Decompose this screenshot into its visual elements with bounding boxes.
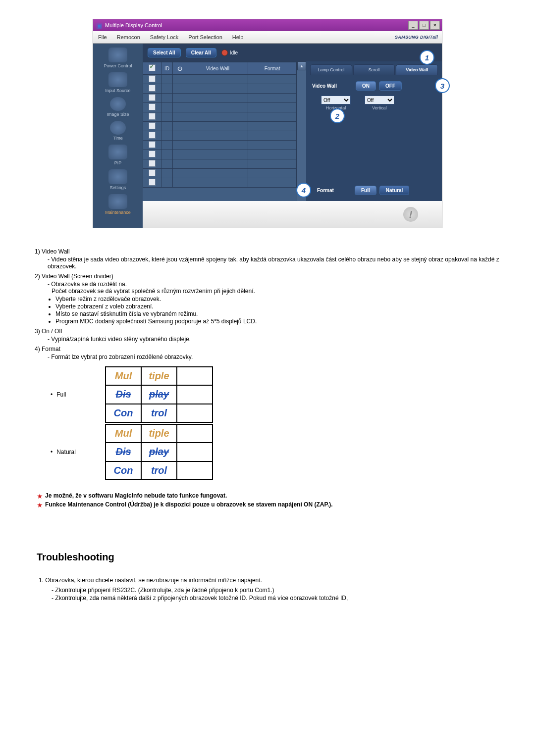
item-2-title: 2) Video Wall (Screen divider) bbox=[35, 273, 500, 280]
checkbox-icon[interactable] bbox=[149, 169, 156, 176]
scrollbar[interactable]: ▲ bbox=[297, 61, 306, 201]
app-icon: ▣ bbox=[95, 21, 103, 29]
divider-row: Off Horizontal Off Vertical 2 bbox=[310, 94, 438, 112]
item-2-sub2: Počet obrazovek se dá vybrat společně s … bbox=[35, 288, 500, 295]
checkbox-icon[interactable] bbox=[149, 151, 156, 157]
vertical-select[interactable]: Off bbox=[365, 96, 394, 104]
tab-video-wall[interactable]: Video Wall 1 bbox=[396, 64, 438, 75]
table-row[interactable] bbox=[143, 75, 297, 84]
sidebar-power-control[interactable]: Power Control bbox=[104, 47, 132, 71]
menu-remocon[interactable]: Remocon bbox=[112, 34, 145, 40]
toolbar: Select All Clear All Idle bbox=[143, 44, 442, 61]
checkbox-icon[interactable] bbox=[149, 94, 156, 101]
item-2-bullets: Vyberte režim z rozdělovače obrazovek. V… bbox=[55, 296, 500, 325]
col-power-icon[interactable]: ⏻ bbox=[172, 62, 187, 75]
table-row[interactable] bbox=[143, 122, 297, 131]
checkbox-icon[interactable] bbox=[149, 85, 156, 92]
item-1-desc: - Video stěna je sada video obrazovek, k… bbox=[35, 256, 500, 270]
table-row[interactable] bbox=[143, 112, 297, 122]
select-all-button[interactable]: Select All bbox=[148, 48, 181, 57]
app-screenshot: ▣ Multiple Display Control _ □ ✕ File Re… bbox=[93, 19, 442, 228]
bullet: Vyberte režim z rozdělovače obrazovek. bbox=[55, 296, 500, 302]
minimize-button[interactable]: _ bbox=[408, 21, 418, 30]
checkbox-icon[interactable] bbox=[149, 141, 156, 148]
tab-scroll[interactable]: Scroll bbox=[353, 64, 395, 75]
sidebar-image-size[interactable]: Image Size bbox=[107, 96, 129, 120]
checkbox-icon[interactable] bbox=[149, 132, 156, 139]
menu-help[interactable]: Help bbox=[227, 34, 249, 40]
tab-lamp-control[interactable]: Lamp Control bbox=[310, 64, 352, 75]
maximize-button[interactable]: □ bbox=[419, 21, 429, 30]
item-4-desc: - Formát lze vybrat pro zobrazení rozděl… bbox=[35, 353, 500, 360]
troubleshooting-list: 1. Obrazovka, kterou chcete nastavit, se… bbox=[35, 577, 500, 602]
table-row[interactable] bbox=[143, 131, 297, 141]
menu-port-selection[interactable]: Port Selection bbox=[183, 34, 227, 40]
checkbox-icon[interactable] bbox=[149, 103, 156, 110]
sidebar-maintenance[interactable]: Maintenance bbox=[105, 193, 131, 218]
checkbox-icon[interactable] bbox=[149, 113, 156, 120]
brand-label: SAMSUNG DIGITall bbox=[395, 35, 442, 40]
checkbox-icon[interactable] bbox=[149, 75, 156, 82]
menu-safety-lock[interactable]: Safety Lock bbox=[145, 34, 183, 40]
format-full-label: Full bbox=[44, 391, 105, 398]
scroll-up-icon[interactable]: ▲ bbox=[297, 61, 306, 70]
note-2: Funkce Maintenance Control (Údržba) je k… bbox=[45, 501, 333, 508]
bullet: Program MDC dodaný společností Samsung p… bbox=[55, 318, 500, 325]
item-3-title: 3) On / Off bbox=[35, 328, 500, 335]
ts-item-1b: - Zkontrolujte, zda nemá některá další z… bbox=[39, 595, 500, 602]
item-3-desc: - Vypíná/zapíná funkci video stěny vybra… bbox=[35, 336, 500, 343]
note-1: Je možné, že v softwaru MagicInfo nebude… bbox=[45, 492, 227, 499]
videowall-on-button[interactable]: ON bbox=[356, 81, 376, 91]
sidebar-input-source[interactable]: Input Source bbox=[105, 71, 130, 96]
format-label: Format bbox=[317, 188, 352, 193]
checkbox-icon[interactable] bbox=[149, 64, 156, 71]
format-row: 4 Format Full Natural bbox=[310, 183, 438, 198]
ts-item-1a: - Zkontrolujte připojení RS232C. (Zkontr… bbox=[39, 587, 500, 594]
idle-indicator: Idle bbox=[221, 50, 238, 56]
troubleshooting-heading: Troubleshooting bbox=[37, 552, 500, 563]
callout-4: 4 bbox=[296, 183, 311, 198]
description-text: 1) Video Wall - Video stěna je sada vide… bbox=[30, 248, 505, 602]
col-id[interactable]: ID bbox=[161, 62, 172, 75]
horizontal-select[interactable]: Off bbox=[321, 96, 351, 104]
col-format[interactable]: Format bbox=[248, 62, 297, 75]
control-panel: Lamp Control Scroll Video Wall 1 Video W… bbox=[306, 61, 442, 201]
table-row[interactable] bbox=[143, 103, 297, 112]
item-4-title: 4) Format bbox=[35, 346, 500, 353]
table-row[interactable] bbox=[143, 84, 297, 94]
footnotes: ★Je možné, že v softwaru MagicInfo nebud… bbox=[37, 492, 500, 509]
menu-file[interactable]: File bbox=[93, 34, 112, 40]
callout-1: 1 bbox=[420, 50, 434, 65]
table-row[interactable] bbox=[143, 94, 297, 103]
col-video-wall[interactable]: Video Wall bbox=[187, 62, 248, 75]
clear-all-button[interactable]: Clear All bbox=[186, 48, 216, 57]
statusbar: ! bbox=[143, 201, 442, 228]
close-button[interactable]: ✕ bbox=[430, 21, 440, 30]
idle-dot-icon bbox=[221, 50, 228, 56]
sidebar-pip[interactable]: PIP bbox=[108, 144, 127, 168]
menubar: File Remocon Safety Lock Port Selection … bbox=[93, 31, 442, 44]
format-examples: Full Multiple Display Control Natural Mu… bbox=[44, 366, 500, 480]
checkbox-icon[interactable] bbox=[149, 122, 156, 129]
table-row[interactable] bbox=[143, 169, 297, 178]
format-full-button[interactable]: Full bbox=[355, 186, 376, 195]
table-row[interactable] bbox=[143, 178, 297, 188]
warning-icon[interactable]: ! bbox=[403, 207, 418, 222]
format-natural-button[interactable]: Natural bbox=[379, 186, 409, 195]
scroll-track[interactable] bbox=[297, 70, 306, 201]
natural-tile: Multiple Display Control bbox=[105, 424, 213, 480]
checkbox-icon[interactable] bbox=[149, 160, 156, 167]
item-1-title: 1) Video Wall bbox=[35, 248, 500, 255]
item-2-sub1: - Obrazovka se dá rozdělit na. bbox=[35, 281, 500, 288]
table-row[interactable] bbox=[143, 159, 297, 169]
sidebar-settings[interactable]: Settings bbox=[108, 168, 127, 193]
star-icon: ★ bbox=[37, 501, 43, 509]
col-check[interactable] bbox=[143, 62, 161, 75]
videowall-off-button[interactable]: OFF bbox=[379, 81, 402, 91]
sidebar-time[interactable]: Time bbox=[110, 120, 126, 144]
device-grid: ID ⏻ Video Wall Format bbox=[143, 61, 297, 201]
table-row[interactable] bbox=[143, 141, 297, 150]
checkbox-icon[interactable] bbox=[149, 179, 156, 186]
table-row[interactable] bbox=[143, 150, 297, 159]
format-natural-label: Natural bbox=[44, 449, 105, 455]
